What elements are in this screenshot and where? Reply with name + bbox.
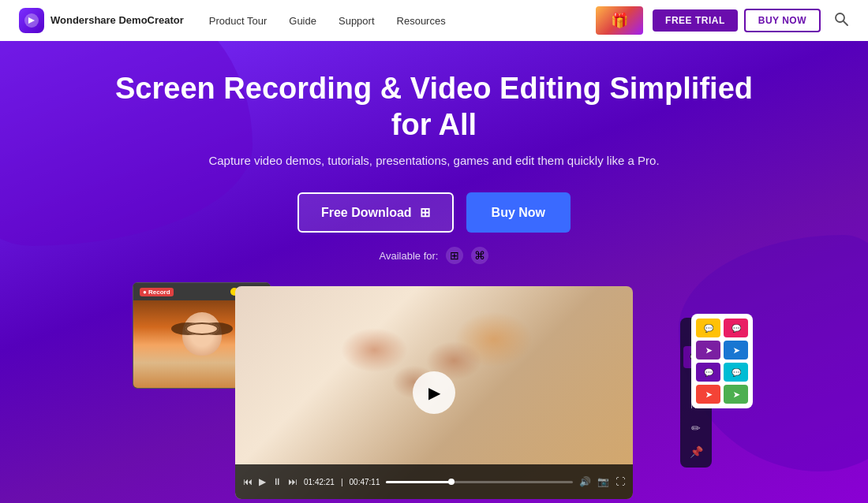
- video-time-sep: |: [341, 478, 343, 486]
- sticker-4[interactable]: ➤: [724, 341, 748, 360]
- nav-support[interactable]: Support: [339, 15, 375, 27]
- video-progress-bar[interactable]: [386, 481, 573, 483]
- rec-badge: ● Record: [140, 288, 174, 296]
- hero-headline: Screen Recording & Video Editing Simplif…: [110, 71, 758, 143]
- screenshot-icon[interactable]: 📷: [597, 476, 609, 487]
- free-trial-button[interactable]: FREE TRIAL: [653, 9, 738, 32]
- free-download-button[interactable]: Free Download ⊞: [297, 192, 454, 233]
- hero-buttons: Free Download ⊞ Buy Now: [297, 192, 571, 233]
- video-time-total: 00:47:11: [350, 478, 380, 486]
- nav-links: Product Tour Guide Support Resources: [209, 15, 596, 27]
- pause-icon[interactable]: ⏸: [272, 476, 282, 487]
- video-container: ● Record ▶ ⏮ ▶ ⏸ ⏭ 01:42:21 | 00:47:11: [235, 286, 633, 499]
- nav-product-tour[interactable]: Product Tour: [209, 15, 267, 27]
- sticker-2[interactable]: 💬: [724, 319, 748, 337]
- nav-resources[interactable]: Resources: [397, 15, 446, 27]
- pen-tool[interactable]: ✏: [683, 417, 709, 439]
- svg-point-1: [836, 13, 844, 22]
- video-controls: ⏮ ▶ ⏸ ⏭ 01:42:21 | 00:47:11 🔊 📷 ⛶: [235, 464, 633, 499]
- sticker-8[interactable]: ➤: [724, 385, 748, 404]
- video-progress-dot: [448, 479, 455, 485]
- buy-now-nav-button[interactable]: BUY NOW: [744, 9, 821, 32]
- fast-forward-icon[interactable]: ⏭: [288, 476, 297, 487]
- search-icon[interactable]: [833, 11, 849, 31]
- navbar: Wondershare DemoCreator Product Tour Gui…: [0, 0, 868, 41]
- rewind-icon[interactable]: ⏮: [243, 476, 253, 487]
- video-progress-fill: [386, 481, 451, 483]
- volume-icon[interactable]: 🔊: [579, 476, 591, 487]
- sticker-5[interactable]: 💬: [696, 363, 720, 382]
- play-icon[interactable]: ▶: [259, 476, 266, 487]
- svg-line-2: [844, 21, 847, 25]
- pin-tool[interactable]: 📌: [683, 441, 709, 463]
- brand-name: Wondershare DemoCreator: [51, 14, 184, 27]
- hero-section: Screen Recording & Video Editing Simplif…: [0, 41, 868, 503]
- fullscreen-icon[interactable]: ⛶: [615, 476, 625, 487]
- available-for: Available for: ⊞ ⌘: [380, 247, 489, 264]
- sticker-6[interactable]: 💬: [724, 363, 748, 382]
- sticker-panel: 💬 💬 ➤ ➤ 💬 💬 ➤ ➤: [691, 314, 753, 408]
- mac-os-icon: ⌘: [471, 247, 488, 264]
- buy-now-hero-button[interactable]: Buy Now: [466, 192, 571, 233]
- promo-banner[interactable]: [596, 6, 643, 35]
- sticker-1[interactable]: 💬: [696, 319, 720, 337]
- play-button[interactable]: ▶: [413, 371, 455, 414]
- sticker-3[interactable]: ➤: [696, 341, 720, 360]
- windows-logo-icon: ⊞: [420, 205, 430, 220]
- windows-os-icon: ⊞: [446, 247, 463, 264]
- video-time-current: 01:42:21: [304, 478, 335, 486]
- brand-logo[interactable]: Wondershare DemoCreator: [19, 8, 184, 33]
- sticker-7[interactable]: ➤: [696, 385, 720, 404]
- available-label: Available for:: [380, 250, 439, 262]
- free-download-label: Free Download: [321, 206, 412, 220]
- video-player[interactable]: ▶ ⏮ ▶ ⏸ ⏭ 01:42:21 | 00:47:11 🔊 📷 ⛶: [235, 286, 633, 499]
- logo-icon: [19, 8, 44, 33]
- hero-subtext: Capture video demos, tutorials, presenta…: [208, 154, 659, 167]
- nav-guide[interactable]: Guide: [289, 15, 316, 27]
